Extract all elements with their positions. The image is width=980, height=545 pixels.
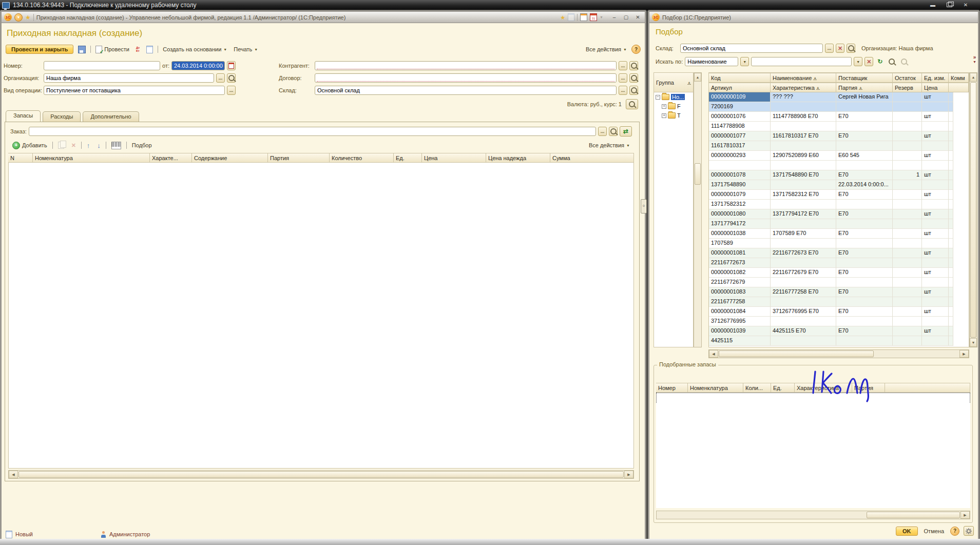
cell-price[interactable] — [922, 102, 949, 112]
column-header[interactable]: N — [8, 153, 33, 163]
tree-vscrollbar[interactable]: ▲ — [694, 72, 702, 347]
cell-supplier[interactable]: E60 545 — [836, 151, 893, 161]
tab-expenses[interactable]: Расходы — [43, 111, 81, 122]
pick-table-row[interactable]: 11147788908 — [709, 122, 969, 131]
ok-button[interactable]: OK — [896, 527, 918, 536]
pick-table-row[interactable]: 000000010381707589 E70E70шт — [709, 229, 969, 239]
scroll-right-icon[interactable]: ▶ — [959, 350, 969, 358]
pick-table-row[interactable]: 0000000029312907520899 E60E60 545шт — [709, 151, 969, 161]
cell-supplier[interactable]: E70 — [836, 268, 893, 278]
cell-name[interactable]: ??? ??? — [771, 92, 836, 102]
create-based-on-button[interactable]: Создать на основании▼ — [161, 45, 229, 53]
invoice-table-hscrollbar[interactable]: ◀ ▶ — [8, 470, 634, 479]
pick-table-row[interactable]: 7200169 — [709, 102, 969, 112]
cell-unit[interactable]: шт — [922, 268, 949, 278]
cell-supplier[interactable]: E70 — [836, 229, 893, 239]
cell-comment[interactable] — [949, 307, 953, 317]
column-header[interactable]: Цена — [922, 83, 949, 92]
cell-comment[interactable] — [949, 112, 953, 122]
pick-table-row[interactable]: 0000000107913717582312 E70E70шт — [709, 190, 969, 200]
window-close-button[interactable]: ✕ — [633, 13, 642, 21]
column-header[interactable]: Номер — [656, 383, 688, 393]
pick-table-row[interactable]: 0000000107711617810317 E70E70шт — [709, 131, 969, 141]
cell-stock[interactable]: 1 — [893, 170, 922, 180]
column-header[interactable]: Содержание — [192, 153, 268, 163]
scroll-right-icon[interactable]: ▶ — [960, 511, 970, 519]
organization-select-button[interactable]: ... — [216, 73, 225, 83]
cell-article[interactable] — [709, 161, 771, 170]
settings-button[interactable] — [964, 526, 974, 536]
pick-warehouse-open-button[interactable] — [847, 44, 855, 53]
column-header[interactable] — [949, 83, 969, 92]
date-input[interactable]: 24.03.2014 0:00:00 — [171, 61, 225, 70]
cell-article[interactable]: 37126776995 — [709, 317, 771, 326]
pick-table-row[interactable]: 0000000108222116772679 E70E70шт — [709, 268, 969, 278]
cell-name[interactable]: 11617810317 E70 — [771, 131, 836, 141]
cell-name[interactable]: 37126776995 E70 — [771, 307, 836, 317]
save-button[interactable] — [76, 45, 88, 54]
cell-code[interactable]: 00000001080 — [709, 209, 771, 219]
cell-supplier[interactable]: E70 — [836, 287, 893, 297]
cell-comment[interactable] — [949, 239, 953, 248]
pick-table-row[interactable]: 4425115 — [709, 336, 969, 346]
splitter-grip[interactable]: o — [641, 199, 647, 213]
contractor-select-button[interactable]: ... — [619, 61, 627, 70]
pick-table-row[interactable]: 0000000107813717548890 E70E701шт — [709, 170, 969, 180]
delete-row-button[interactable]: ✕ — [69, 141, 78, 150]
column-header[interactable]: Наименование▲ — [771, 73, 836, 83]
column-header[interactable]: Поставщик — [836, 73, 893, 83]
cell-name[interactable]: 1707589 E70 — [771, 229, 836, 239]
cell-code[interactable]: 00000001079 — [709, 190, 771, 200]
cell-code[interactable]: 00000001077 — [709, 131, 771, 141]
cell-stock[interactable] — [893, 209, 922, 219]
cell-article[interactable]: 11147788908 — [709, 122, 771, 131]
cell-code[interactable]: 00000001083 — [709, 287, 771, 297]
inventory-all-actions-button[interactable]: Все действия▼ — [587, 141, 632, 149]
move-down-button[interactable]: ↓ — [95, 141, 103, 150]
search-by-dropdown-button[interactable]: ▼ — [740, 57, 749, 66]
cell-characteristic[interactable] — [771, 141, 836, 151]
cell-article[interactable]: 22116772673 — [709, 258, 771, 268]
dtkt-button[interactable]: ДтКт — [134, 45, 142, 53]
cell-comment[interactable] — [949, 229, 953, 239]
group-tree-header[interactable]: Группа▲ — [654, 73, 693, 92]
scrollbar-thumb[interactable] — [719, 351, 874, 357]
order-select-button[interactable]: ... — [598, 127, 607, 136]
cell-reserve[interactable] — [893, 200, 922, 209]
cell-reserve[interactable] — [893, 317, 922, 326]
tree-item[interactable]: −Но... — [654, 92, 693, 102]
pick-warehouse-input[interactable]: Основной склад — [680, 44, 823, 53]
cell-stock[interactable] — [893, 131, 922, 141]
cell-batch[interactable] — [836, 278, 893, 287]
add-row-button[interactable]: +Добавить — [10, 141, 49, 150]
scroll-left-icon[interactable]: ◀ — [9, 471, 18, 478]
column-header[interactable]: Характеристика▲ — [771, 83, 836, 92]
pick-table-row[interactable]: 1707589 — [709, 239, 969, 248]
search-clear-button[interactable]: ✕ — [864, 57, 873, 66]
column-header[interactable]: Количество — [330, 153, 394, 163]
find-button[interactable] — [887, 57, 897, 66]
cell-article[interactable]: 13717794172 — [709, 219, 771, 229]
barcode-button[interactable] — [109, 141, 123, 150]
tab-additional[interactable]: Дополнительно — [83, 111, 139, 122]
cell-comment[interactable] — [949, 141, 953, 151]
contractor-open-button[interactable] — [629, 61, 638, 70]
cell-characteristic[interactable] — [771, 102, 836, 112]
cell-price[interactable] — [922, 336, 949, 346]
collapse-panel-icon[interactable]: »▼ — [973, 55, 976, 64]
cell-stock[interactable] — [893, 151, 922, 161]
cell-characteristic[interactable] — [771, 200, 836, 209]
column-header[interactable]: Резерв — [893, 83, 922, 92]
cell-stock[interactable] — [893, 112, 922, 122]
scrollbar-thumb[interactable] — [18, 471, 624, 478]
cell-unit[interactable]: шт — [922, 287, 949, 297]
column-header[interactable]: Ед. изм. — [922, 73, 949, 83]
pick-warehouse-clear-button[interactable]: ✕ — [836, 44, 844, 53]
help-icon[interactable]: ? — [631, 45, 641, 54]
pick-table-row[interactable]: 0000000107611147788908 E70E70шт — [709, 112, 969, 122]
cell-price[interactable] — [922, 180, 949, 190]
order-input[interactable] — [29, 127, 596, 136]
cell-reserve[interactable] — [893, 219, 922, 229]
column-header[interactable]: Сумма — [550, 153, 634, 163]
column-header[interactable]: Коли... — [743, 383, 771, 393]
